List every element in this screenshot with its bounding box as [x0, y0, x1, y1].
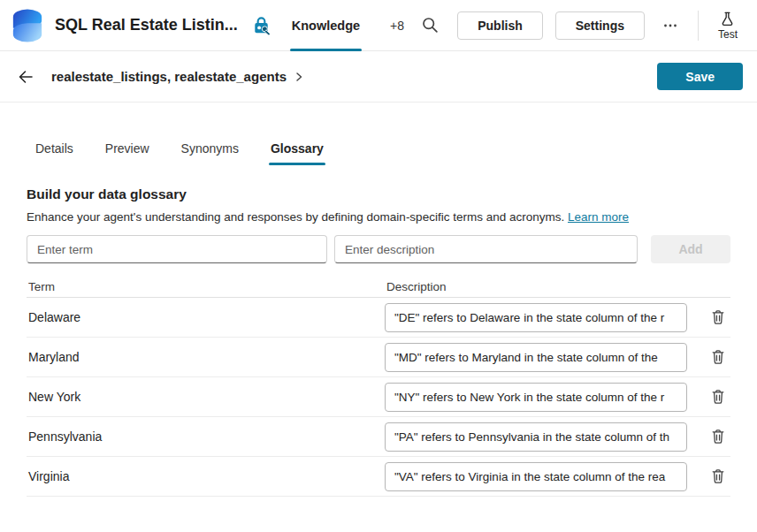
tab-preview[interactable]: Preview — [103, 136, 151, 165]
table-row: Virginia — [27, 457, 730, 497]
sql-database-logo-icon — [11, 8, 44, 43]
glossary-description: Enhance your agent's understanding and r… — [27, 210, 730, 224]
trash-icon — [710, 309, 726, 325]
table-row: Delaware — [27, 298, 730, 338]
term-label: Virginia — [27, 469, 385, 483]
term-label: Maryland — [27, 350, 385, 364]
glossary-description-text: Enhance your agent's understanding and r… — [27, 210, 564, 224]
description-entry-input[interactable] — [334, 235, 638, 263]
learn-more-link[interactable]: Learn more — [568, 210, 629, 224]
description-cell — [385, 343, 730, 372]
table-row: Pennsylvania — [27, 417, 730, 457]
description-input[interactable] — [385, 383, 687, 412]
description-cell — [385, 303, 730, 332]
description-cell — [385, 462, 730, 491]
glossary-table-header: Term Description — [27, 277, 730, 298]
delete-button[interactable] — [706, 345, 730, 369]
glossary-heading: Build your data glossary — [27, 186, 730, 202]
ellipsis-icon — [662, 18, 678, 34]
breadcrumb[interactable]: realestate_listings, realestate_agents — [51, 69, 304, 84]
test-label: Test — [718, 28, 738, 41]
add-button[interactable]: Add — [651, 235, 730, 263]
app-header: SQL Real Estate Listin... Knowledge +8 P… — [0, 0, 757, 51]
term-label: Pennsylvania — [27, 429, 385, 444]
flask-icon — [719, 11, 736, 27]
trash-icon — [710, 468, 726, 484]
search-icon — [422, 17, 439, 34]
app-title: SQL Real Estate Listin... — [55, 16, 238, 34]
description-input[interactable] — [385, 422, 687, 452]
delete-button[interactable] — [706, 305, 730, 330]
delete-button[interactable] — [706, 384, 730, 409]
glossary-rows: Delaware Maryland — [27, 298, 730, 497]
breadcrumb-label: realestate_listings, realestate_agents — [51, 69, 287, 84]
description-cell — [385, 383, 730, 412]
more-options-button[interactable] — [655, 11, 685, 41]
table-row: New York — [27, 377, 730, 417]
glossary-entry-form: Add — [27, 235, 730, 263]
term-label: Delaware — [27, 310, 385, 324]
trash-icon — [710, 429, 726, 445]
header-actions: Publish Settings Test — [415, 9, 743, 42]
chevron-right-icon — [294, 72, 304, 82]
search-button[interactable] — [415, 11, 445, 41]
breadcrumb-bar: realestate_listings, realestate_agents S… — [0, 51, 757, 103]
description-input[interactable] — [385, 343, 687, 372]
lock-with-key-icon — [250, 14, 272, 36]
header-divider — [698, 11, 699, 41]
overflow-tabs-button[interactable]: +8 — [385, 15, 409, 36]
publish-button[interactable]: Publish — [457, 11, 543, 40]
description-input[interactable] — [385, 462, 687, 491]
trash-icon — [710, 389, 726, 405]
table-row: Maryland — [27, 338, 730, 377]
description-cell — [385, 422, 730, 452]
tab-synonyms[interactable]: Synonyms — [180, 136, 241, 165]
main-content: Details Preview Synonyms Glossary Build … — [0, 136, 757, 497]
settings-button[interactable]: Settings — [555, 11, 645, 40]
trash-icon — [710, 349, 726, 365]
tab-glossary[interactable]: Glossary — [269, 136, 325, 165]
nav-tab-knowledge[interactable]: Knowledge — [287, 0, 365, 51]
delete-button[interactable] — [706, 424, 730, 449]
description-input[interactable] — [385, 303, 687, 332]
term-label: New York — [27, 390, 385, 404]
column-header-term: Term — [27, 280, 385, 293]
arrow-left-icon — [17, 68, 34, 86]
test-button[interactable]: Test — [713, 9, 743, 42]
term-input[interactable] — [27, 235, 327, 263]
column-header-description: Description — [385, 280, 730, 293]
detail-tabs: Details Preview Synonyms Glossary — [27, 136, 730, 165]
save-button[interactable]: Save — [657, 63, 743, 90]
tab-details[interactable]: Details — [34, 136, 75, 165]
delete-button[interactable] — [706, 464, 730, 489]
back-button[interactable] — [11, 62, 41, 92]
